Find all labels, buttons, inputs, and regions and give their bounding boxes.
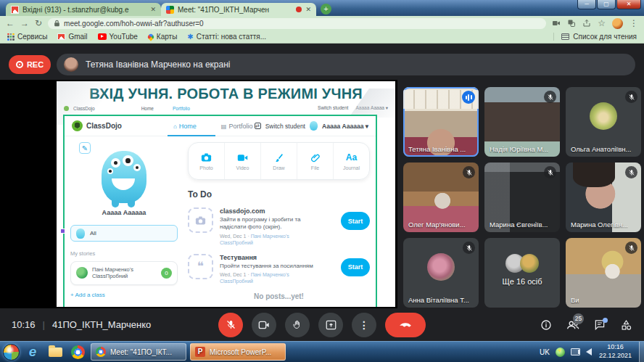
restore-button[interactable]: ▢ [597,0,616,9]
participant-tile[interactable]: Ольга Анатоліївн... [566,87,641,157]
apps-grid-icon [7,33,15,41]
participant-tile[interactable]: Ви [566,238,641,308]
start-button: Start [341,212,370,230]
recording-icon [16,61,23,68]
lock-icon [54,20,60,27]
chrome-button[interactable] [68,343,87,361]
bookmark-articles[interactable]: ✱ Статті: нова стаття... [187,33,266,41]
class-story-item: Пані Марченко's ClassПробний 0 [70,261,178,285]
classdojo-window: ClassDojo ⌂Home ▤Portfolio ⇄ Switch stud… [63,115,377,307]
taskbar-powerpoint-window[interactable]: P Microsoft PowerP... [190,343,286,361]
end-call-button[interactable] [385,313,426,337]
camera-toggle-button[interactable] [252,313,276,337]
todo-task: ❝ Тестування Пройти тестування за посила… [188,254,370,285]
presenter-banner[interactable]: Тетяна Іванівна Марченко на екрані [57,54,635,75]
address-bar[interactable]: meet.google.com/hoh-owwi-afr?authuser=0 [48,18,546,29]
participant-tile[interactable]: Ще 16 осіб [484,238,560,308]
video-tool: Video [225,143,261,179]
mic-toggle-button[interactable] [218,313,243,337]
mic-muted-icon [544,166,556,178]
meeting-details-button[interactable] [540,319,552,331]
dojo-tab-home: ⌂Home [173,123,197,130]
share-icon[interactable] [582,19,591,28]
participant-tile[interactable]: Тетяна Іванівна ... [403,87,479,157]
new-tab-button[interactable]: + [321,4,331,15]
tab-close-icon[interactable]: ✕ [305,6,311,13]
tab-gmail[interactable]: Вхідні (913) - t.stanzhur@kubg.e ✕ [6,3,161,16]
mic-muted-icon [463,166,475,178]
youtube-icon [98,33,107,40]
article-site-icon: ✱ [187,33,193,41]
taskbar-clock[interactable]: 10:16 22.12.2021 [599,343,632,360]
paperclip-icon [311,152,320,163]
dojo-tab-portfolio: ▤Portfolio [221,123,253,130]
participant-name: Анна Віталіївна Т... [408,296,469,304]
chat-button[interactable] [594,319,606,330]
screen: Вхідні (913) - t.stanzhur@kubg.e ✕ Meet:… [0,0,644,362]
activities-button[interactable] [620,319,632,331]
chrome-icon [96,347,106,357]
file-tool: File [297,143,334,179]
browser-menu-icon[interactable]: ⋮ [629,18,638,28]
presentation-slide: ВХІД УЧНЯ. РОБОТА В РЕЖИМІ УЧНЯ ClassDoj… [57,81,395,307]
presenter-avatar [64,57,78,72]
volume-tray-icon[interactable] [586,348,592,355]
file-explorer-button[interactable] [46,343,65,361]
participant-tile[interactable]: Марина Олегівн... [566,163,641,232]
reading-list-icon [561,33,569,40]
participants-grid: Тетяна Іванівна ... Надія Юріївна М... О… [403,87,641,308]
clock-time: 10:16 [12,319,36,330]
participant-name: Ви [571,296,579,304]
close-button[interactable]: ✕ [616,0,641,9]
participant-tile[interactable]: Марина Євгеніїв... [484,163,560,232]
mic-muted-icon [625,242,637,254]
my-stories-label: My stories [70,250,178,257]
powerpoint-selection-handle [60,229,65,234]
todo-heading: To Do [188,189,370,199]
participant-tile[interactable]: Олег Мар'янови... [403,163,479,232]
tab-meet[interactable]: Meet: "41ПО_ІКТН_Марчен ✕ [161,3,316,16]
show-desktop-button[interactable] [639,342,644,362]
media-toolbar: Photo Video Draw [188,142,370,180]
student-name: Ааааа Аааааа [70,209,178,216]
bookmark-maps[interactable]: Карты [148,33,178,41]
internet-explorer-button[interactable]: e [23,343,42,361]
active-tab-underline [168,135,215,136]
minimize-button[interactable]: ─ [577,0,596,9]
bookmark-gmail[interactable]: Gmail [57,33,87,41]
participants-button[interactable]: 25 [566,320,579,330]
reading-list-button[interactable]: Список для чтения [553,33,637,41]
participant-tile[interactable]: Надія Юріївна М... [484,87,560,157]
participant-name: Тетяна Іванівна ... [408,145,466,153]
journal-tool: Aa Journal [334,143,369,179]
antivirus-tray-icon[interactable] [556,347,565,357]
tab-close-icon[interactable]: ✕ [150,6,156,13]
meet-control-bar: 10:16 | 41ПО_ІКТН_Марченко ⋮ [0,308,644,341]
bookmark-services[interactable]: Сервисы [7,33,47,41]
participants-count-badge: 25 [573,313,584,324]
back-button[interactable]: ← [6,19,15,28]
bookmark-star-icon[interactable]: ☆ [598,18,606,28]
participant-name: Ольга Анатоліївн... [571,145,631,153]
all-filter-chip: All [70,225,178,242]
task-meta: Wed, Dec 1 · Пані Марченко's ClassПробни… [220,271,315,284]
camera-permission-icon[interactable] [552,19,561,28]
present-button[interactable] [318,313,343,337]
start-button[interactable] [3,344,20,361]
forward-button[interactable]: → [20,19,29,28]
language-indicator[interactable]: UK [540,348,550,356]
raise-hand-button[interactable] [285,313,310,337]
chat-notification-dot [603,318,608,323]
task-description: Пройти тестування за посиланням [220,263,315,270]
mic-muted-icon [625,166,637,178]
switch-student-icon: ⇄ [255,123,261,129]
more-options-button[interactable]: ⋮ [352,313,376,337]
tab-strip: Вхідні (913) - t.stanzhur@kubg.e ✕ Meet:… [6,3,331,16]
reload-button[interactable]: ↻ [35,19,42,28]
profile-avatar[interactable] [612,18,623,29]
translate-icon[interactable] [567,19,576,28]
participant-tile[interactable]: Анна Віталіївна Т... [403,238,479,308]
taskbar-meet-window[interactable]: Meet: "41ПО_ІКТ... [91,343,186,361]
participant-name: Ще 16 осіб [484,277,560,286]
bookmark-youtube[interactable]: YouTube [98,33,138,41]
